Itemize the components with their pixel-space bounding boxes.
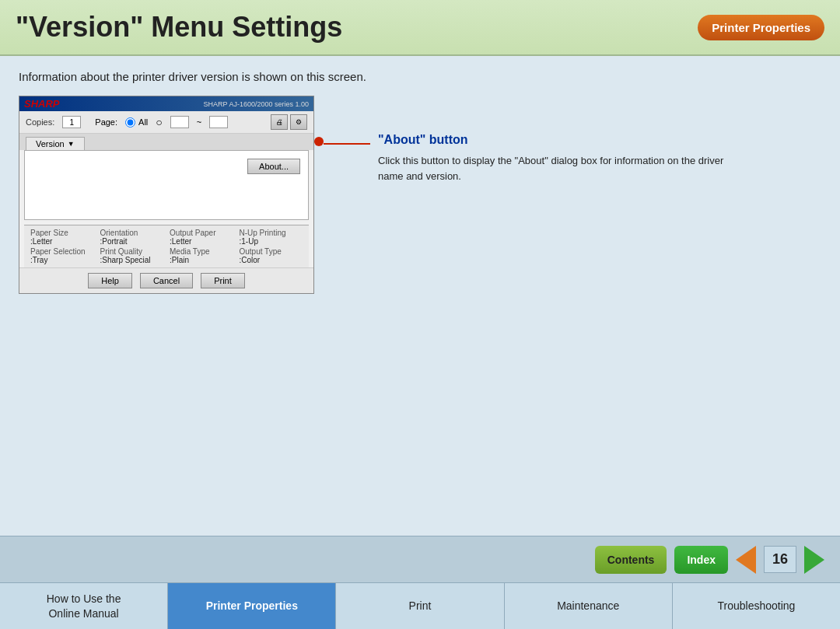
page-to-input[interactable] [209,116,228,128]
content-area: SHARP SHARP AJ-1600/2000 series 1.00 Cop… [19,96,821,294]
description-text: Information about the printer driver ver… [19,70,821,83]
index-button[interactable]: Index [674,546,728,574]
dialog-info-table: Paper Size :Letter Orientation :Portrait… [24,225,309,267]
callout-dot [314,137,324,146]
prev-button[interactable] [736,546,756,574]
dialog-footer: Help Cancel Print [19,267,313,293]
output-paper-label: Output Paper [170,229,233,237]
paper-selection-value: :Tray [30,256,94,264]
tab-maintenance[interactable]: Maintenance [505,583,673,629]
range-separator: ~ [197,117,201,127]
copies-input[interactable] [62,116,81,128]
settings-icon-btn[interactable]: ⚙ [290,114,307,130]
print-quality-value: :Sharp Special [100,256,164,264]
print-icon-btn[interactable]: 🖨 [271,114,288,130]
bottom-nav: Contents Index 16 How to Use the Online … [0,536,840,629]
sharp-logo: SHARP [24,98,60,110]
next-button[interactable] [804,546,824,574]
callout-line [324,143,370,145]
callout-text-block: "About" button Click this button to disp… [378,133,736,183]
print-quality-cell: Print Quality :Sharp Special [100,247,164,264]
page-from-input[interactable] [170,116,189,128]
dialog-title-right: SHARP AJ-1600/2000 series 1.00 [204,100,309,108]
nup-value: :1-Up [240,237,303,246]
page-title: "Version" Menu Settings [16,11,342,44]
cancel-button[interactable]: Cancel [140,273,193,288]
paper-selection-cell: Paper Selection :Tray [30,247,94,264]
tab-how-to-use[interactable]: How to Use the Online Manual [0,583,168,629]
callout-title: "About" button [378,133,736,147]
paper-size-label: Paper Size [30,229,94,237]
output-paper-value: :Letter [170,237,233,246]
page-header: "Version" Menu Settings Printer Properti… [0,0,840,56]
orientation-cell: Orientation :Portrait [100,229,164,246]
dialog-titlebar: SHARP SHARP AJ-1600/2000 series 1.00 [19,96,313,111]
output-type-value: :Color [240,256,303,264]
dialog-tab-row: Version ▼ [19,134,313,150]
about-button[interactable]: About... [247,159,300,174]
media-type-label: Media Type [170,247,233,256]
page-number: 16 [764,546,796,573]
copies-label: Copies: [26,117,54,127]
page-all-radio[interactable]: All [125,117,148,128]
output-paper-cell: Output Paper :Letter [170,229,233,246]
tab-printer-properties[interactable]: Printer Properties [168,583,336,629]
media-type-value: :Plain [170,256,233,264]
print-quality-label: Print Quality [100,247,164,256]
main-content: Information about the printer driver ver… [0,56,840,536]
media-type-cell: Media Type :Plain [170,247,233,264]
print-button[interactable]: Print [201,273,245,288]
paper-selection-label: Paper Selection [30,247,94,256]
circle-icon: ○ [156,116,162,128]
version-tab-label: Version [36,139,65,149]
tab-troubleshooting[interactable]: Troubleshooting [673,583,840,629]
version-tab[interactable]: Version ▼ [26,137,85,150]
dialog-body: About... [24,150,309,220]
orientation-label: Orientation [100,229,164,237]
paper-size-value: :Letter [30,237,94,246]
page-all-label: All [138,117,148,127]
paper-size-cell: Paper Size :Letter [30,229,94,246]
controls-bar: Contents Index 16 [0,536,840,582]
tab-print[interactable]: Print [336,583,504,629]
callout-description: Click this button to display the "About"… [378,153,736,183]
nup-label: N-Up Printing [240,229,303,237]
header-subtitle: Printer Properties [698,15,824,40]
output-type-label: Output Type [240,247,303,256]
dialog-screenshot: SHARP SHARP AJ-1600/2000 series 1.00 Cop… [19,96,314,294]
dialog-header-row: Copies: Page: All ○ ~ 🖨 ⚙ [19,111,313,134]
nup-printing-cell: N-Up Printing :1-Up [240,229,303,246]
output-type-cell: Output Type :Color [240,247,303,264]
help-button[interactable]: Help [88,273,132,288]
tabs-bar: How to Use the Online Manual Printer Pro… [0,582,840,629]
tab-dropdown-icon: ▼ [68,140,75,148]
contents-button[interactable]: Contents [595,546,667,574]
orientation-value: :Portrait [100,237,164,246]
page-label: Page: [95,117,117,127]
